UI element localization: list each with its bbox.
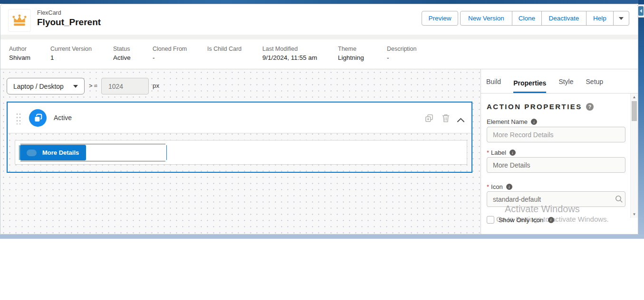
- flexcard-state-card[interactable]: Active: [7, 102, 472, 173]
- tab-setup[interactable]: Setup: [586, 78, 604, 93]
- help-button[interactable]: Help: [586, 11, 614, 26]
- meta-cloned-from: Cloned From -: [153, 46, 207, 69]
- selection-handle: [165, 160, 168, 162]
- chevron-down-icon: [73, 85, 78, 88]
- panel-handle-square: [638, 6, 644, 16]
- clone-button[interactable]: Clone: [512, 11, 542, 26]
- meta-author: Author Shivam: [9, 46, 50, 69]
- state-header: Active: [8, 103, 471, 133]
- main-area: Laptop / Desktop >= px: [0, 69, 638, 234]
- required-marker: *: [487, 183, 489, 190]
- app-label: FlexCard: [37, 9, 101, 16]
- show-only-icon-label: Show Only Icon: [499, 216, 544, 224]
- left-arrow-icon: [640, 9, 642, 13]
- required-marker: *: [487, 149, 489, 156]
- scroll-up-icon[interactable]: ▲: [631, 95, 638, 99]
- page-header: FlexCard Flyout_Prerent Preview New Vers…: [0, 4, 638, 35]
- clone-state-icon[interactable]: [425, 114, 433, 124]
- tab-style[interactable]: Style: [558, 78, 573, 93]
- search-icon[interactable]: [615, 195, 623, 205]
- viewport-unit-label: px: [153, 82, 159, 89]
- meta-is-child-card: Is Child Card: [207, 46, 262, 69]
- show-only-icon-row: Show Only Icon i: [487, 216, 554, 224]
- desktop-wallpaper-right: [638, 0, 644, 239]
- viewport-select[interactable]: Laptop / Desktop: [7, 78, 85, 94]
- label-input[interactable]: [487, 157, 625, 173]
- meta-last-modified: Last Modified 9/1/2024, 11:55 am: [262, 46, 338, 69]
- icon-input[interactable]: [487, 191, 625, 207]
- screen: FlexCard Flyout_Prerent Preview New Vers…: [0, 0, 644, 300]
- meta-status: Status Active: [113, 46, 153, 69]
- chevron-down-icon: [619, 17, 624, 20]
- drag-handle-icon[interactable]: [16, 112, 21, 124]
- selection-handle: [165, 143, 168, 145]
- meta-description: Description -: [387, 46, 444, 69]
- panel-scrollbar[interactable]: ▲ ▼: [630, 94, 638, 218]
- crown-icon: [11, 13, 28, 28]
- tab-properties[interactable]: Properties: [513, 79, 546, 93]
- scroll-down-icon[interactable]: ▼: [631, 212, 638, 216]
- viewport-operator: >=: [89, 82, 99, 89]
- header-button-group: New Version Clone Deactivate Help: [460, 11, 629, 26]
- label-label-row: * Label i: [487, 149, 516, 156]
- standard-default-icon: [29, 109, 47, 127]
- show-only-icon-checkbox[interactable]: [487, 216, 494, 224]
- metadata-bar: Author Shivam Current Version 1 Status A…: [0, 39, 638, 69]
- state-body: More Details: [8, 133, 471, 172]
- info-icon[interactable]: i: [531, 119, 537, 125]
- help-icon[interactable]: ?: [586, 103, 594, 111]
- panel-tabs: Build Properties Style Setup: [481, 69, 638, 94]
- meta-current-version: Current Version 1: [50, 46, 113, 69]
- info-icon[interactable]: i: [506, 184, 512, 190]
- action-default-icon: [27, 150, 37, 156]
- info-icon[interactable]: i: [509, 150, 516, 156]
- meta-theme: Theme Lightning: [338, 46, 387, 69]
- tab-build[interactable]: Build: [486, 78, 501, 93]
- page-title: Flyout_Prerent: [37, 17, 101, 28]
- design-canvas: Laptop / Desktop >= px: [0, 69, 481, 234]
- icon-label-row: * Icon i: [487, 183, 512, 190]
- viewport-select-value: Laptop / Desktop: [13, 83, 64, 90]
- header-divider-band: [0, 35, 638, 39]
- section-title: ACTION PROPERTIES: [487, 103, 582, 111]
- flexcard-logo: [8, 9, 31, 32]
- delete-state-icon[interactable]: [442, 114, 450, 124]
- selected-action-element[interactable]: More Details: [19, 144, 167, 161]
- collapse-state-icon[interactable]: [457, 116, 465, 124]
- selection-handle: [18, 160, 20, 162]
- new-version-button[interactable]: New Version: [460, 11, 512, 26]
- more-actions-button[interactable]: [613, 11, 629, 26]
- section-title-row: ACTION PROPERTIES ?: [487, 103, 594, 111]
- scrollbar-thumb[interactable]: [632, 101, 637, 121]
- flexcard-designer-window: FlexCard Flyout_Prerent Preview New Vers…: [0, 4, 638, 234]
- more-details-action-button[interactable]: More Details: [20, 145, 86, 160]
- desktop-wallpaper-top: [0, 0, 644, 4]
- window-bottom-strip: [0, 234, 644, 239]
- info-icon[interactable]: i: [548, 217, 554, 223]
- title-block: FlexCard Flyout_Prerent: [37, 9, 101, 28]
- preview-button[interactable]: Preview: [422, 11, 458, 26]
- deactivate-button[interactable]: Deactivate: [541, 11, 586, 26]
- element-name-label-row: Element Name i: [487, 118, 537, 125]
- action-button-label: More Details: [42, 149, 79, 156]
- overlapping-squares-glyph: [33, 113, 43, 123]
- state-name: Active: [54, 114, 72, 122]
- element-name-input[interactable]: [487, 127, 625, 142]
- block-container[interactable]: More Details: [15, 140, 467, 165]
- properties-panel: Build Properties Style Setup ACTION PROP…: [481, 69, 638, 234]
- viewport-width-input[interactable]: [101, 78, 149, 94]
